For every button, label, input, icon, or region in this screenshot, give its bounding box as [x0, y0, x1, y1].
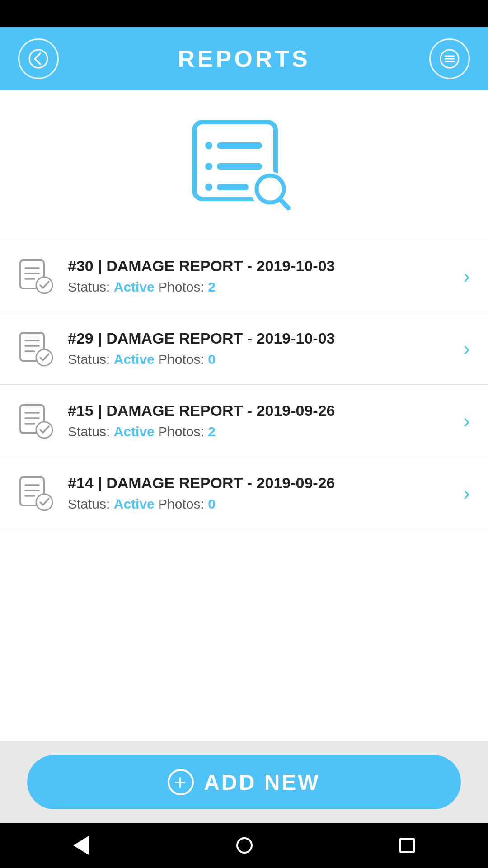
status-value: Active [114, 279, 158, 294]
report-title: #14 | DAMAGE REPORT - 2019-09-26 [68, 474, 463, 492]
report-info: #15 | DAMAGE REPORT - 2019-09-26 Status:… [68, 402, 463, 439]
svg-rect-9 [217, 163, 262, 170]
svg-rect-7 [217, 142, 262, 149]
report-document-icon [18, 330, 54, 367]
menu-button[interactable] [429, 38, 470, 79]
status-label: Status: [68, 496, 114, 511]
list-item[interactable]: #14 | DAMAGE REPORT - 2019-09-26 Status:… [0, 457, 488, 529]
main-content: #30 | DAMAGE REPORT - 2019-10-03 Status:… [0, 90, 488, 741]
photos-label: Photos: [158, 352, 208, 367]
recents-nav-icon [399, 838, 415, 853]
status-label: Status: [68, 424, 114, 439]
svg-rect-11 [217, 184, 249, 190]
report-info: #30 | DAMAGE REPORT - 2019-10-03 Status:… [68, 257, 463, 295]
svg-point-24 [36, 349, 52, 366]
list-item[interactable]: #29 | DAMAGE REPORT - 2019-10-03 Status:… [0, 312, 488, 385]
report-document-icon [18, 403, 54, 439]
home-nav-icon [236, 837, 253, 854]
svg-point-19 [36, 277, 52, 293]
svg-point-6 [205, 142, 212, 149]
back-nav-icon [73, 835, 89, 855]
photos-label: Photos: [158, 496, 208, 511]
photos-label: Photos: [158, 424, 208, 439]
plus-icon: + [168, 769, 194, 795]
svg-point-34 [36, 494, 52, 510]
photo-count: 0 [208, 496, 216, 511]
hero-area [0, 90, 488, 240]
svg-point-10 [205, 184, 212, 191]
status-value: Active [114, 352, 158, 367]
back-button[interactable] [18, 38, 59, 79]
report-status: Status: Active Photos: 2 [68, 279, 463, 295]
app-header: REPORTS [0, 27, 488, 90]
reports-icon [185, 118, 303, 217]
list-item[interactable]: #15 | DAMAGE REPORT - 2019-09-26 Status:… [0, 385, 488, 457]
chevron-right-icon: › [463, 482, 470, 505]
report-info: #14 | DAMAGE REPORT - 2019-09-26 Status:… [68, 474, 463, 512]
photo-count: 2 [208, 279, 216, 294]
status-value: Active [114, 496, 158, 511]
report-title: #15 | DAMAGE REPORT - 2019-09-26 [68, 402, 463, 420]
svg-point-0 [29, 50, 47, 68]
list-item[interactable]: #30 | DAMAGE REPORT - 2019-10-03 Status:… [0, 240, 488, 312]
chevron-right-icon: › [463, 265, 470, 288]
chevron-right-icon: › [463, 337, 470, 360]
svg-line-14 [280, 199, 288, 208]
reports-list: #30 | DAMAGE REPORT - 2019-10-03 Status:… [0, 240, 488, 741]
report-info: #29 | DAMAGE REPORT - 2019-10-03 Status:… [68, 330, 463, 367]
report-status: Status: Active Photos: 2 [68, 424, 463, 439]
photos-label: Photos: [158, 279, 208, 294]
home-nav-button[interactable] [236, 837, 253, 854]
svg-point-29 [36, 422, 52, 438]
status-bar [0, 0, 488, 27]
android-nav-bar [0, 823, 488, 868]
report-document-icon [18, 475, 54, 511]
status-value: Active [114, 424, 158, 439]
status-label: Status: [68, 352, 114, 367]
report-document-icon [18, 258, 54, 294]
back-nav-button[interactable] [73, 835, 89, 855]
svg-point-8 [205, 163, 212, 170]
recents-nav-button[interactable] [399, 838, 415, 853]
report-status: Status: Active Photos: 0 [68, 496, 463, 512]
report-status: Status: Active Photos: 0 [68, 352, 463, 367]
chevron-right-icon: › [463, 410, 470, 432]
add-new-button[interactable]: + ADD NEW [27, 755, 461, 809]
footer: + ADD NEW [0, 741, 488, 823]
report-title: #30 | DAMAGE REPORT - 2019-10-03 [68, 257, 463, 275]
status-label: Status: [68, 279, 114, 294]
photo-count: 2 [208, 424, 216, 439]
add-new-label: ADD NEW [204, 770, 320, 795]
report-title: #29 | DAMAGE REPORT - 2019-10-03 [68, 330, 463, 347]
page-title: REPORTS [178, 45, 310, 72]
photo-count: 0 [208, 352, 216, 367]
